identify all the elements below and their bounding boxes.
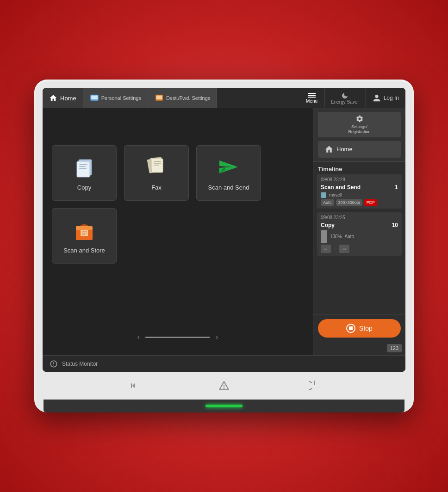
personal-settings-label: Personal Settings: [101, 95, 141, 101]
dest-fwd-label: Dest./Fwd. Settings: [166, 95, 210, 101]
badge-pdf: PDF: [364, 199, 377, 206]
hardware-buttons: [43, 372, 405, 400]
stop-button-area: Stop: [313, 314, 405, 342]
timeline-detail-text-1: myself: [329, 192, 342, 197]
copy-label: Copy: [77, 184, 91, 192]
fax-icon: [144, 154, 169, 179]
copy-app-button[interactable]: Copy: [52, 145, 117, 201]
badge-dpi: 300×300dpi: [336, 199, 362, 206]
green-led: [205, 405, 243, 407]
left-panel: Copy: [43, 108, 313, 355]
moon-icon: [341, 92, 348, 99]
copy-icon-box-1: ▭: [321, 245, 331, 253]
timeline-job-count-1: 1: [395, 184, 398, 191]
settings-registration-button[interactable]: Settings/ Registration: [318, 112, 401, 137]
personal-settings-tab[interactable]: Personal Settings: [83, 88, 148, 108]
timeline-job-count-2: 10: [392, 222, 398, 228]
timeline-copy-icons: ▭ → ▭: [321, 245, 398, 253]
svg-rect-12: [152, 159, 163, 172]
user-icon: [373, 94, 381, 102]
svg-rect-8: [79, 166, 86, 167]
stop-button[interactable]: Stop: [318, 319, 401, 338]
scan-store-label: Scan and Store: [63, 247, 105, 255]
settings-icon: [355, 115, 364, 123]
device-base: [44, 400, 404, 412]
timeline-percent-row: 100% Auto: [321, 230, 398, 243]
svg-rect-6: [77, 161, 90, 177]
svg-rect-24: [349, 326, 353, 330]
stop-label: Stop: [359, 325, 373, 332]
home-icon: [49, 94, 57, 102]
home-nav-button[interactable]: Home: [43, 88, 83, 108]
page-indicator: [145, 337, 210, 338]
main-area: Copy: [43, 108, 405, 355]
hamburger-icon-2: [308, 95, 316, 96]
warning-hardware-button[interactable]: [216, 377, 232, 394]
fax-label: Fax: [151, 184, 162, 192]
right-panel-header: Settings/ Registration Home: [313, 108, 405, 162]
percent-bar: [321, 230, 327, 243]
rp-top-row: Settings/ Registration: [318, 112, 401, 137]
svg-rect-19: [76, 226, 93, 230]
hamburger-icon: [308, 93, 316, 94]
timeline-percent-text: 100%: [330, 234, 342, 239]
timeline-auto-text: Auto: [345, 234, 355, 239]
rp-home-icon: [324, 145, 334, 154]
top-nav: Home Personal Settings: [43, 88, 405, 108]
dest-fwd-settings-tab[interactable]: Dest./Fwd. Settings: [148, 88, 217, 108]
status-bar: Status Monitor: [43, 355, 405, 372]
timeline-content: 09/08 23:28 Scan and Send 1 myself Auto …: [313, 174, 405, 314]
stop-icon: [346, 324, 355, 333]
pagination: ‹ ›: [137, 333, 218, 341]
svg-rect-9: [79, 168, 87, 169]
arrow-right-icon: →: [333, 246, 337, 251]
menu-button[interactable]: Menu: [299, 88, 324, 108]
rp-home-button[interactable]: Home: [318, 141, 401, 158]
scan-store-icon: [72, 217, 97, 242]
badge-auto: Auto: [321, 199, 334, 206]
svg-rect-7: [79, 164, 87, 165]
next-page-button[interactable]: ›: [216, 333, 218, 341]
timeline-job-name-2: Copy: [321, 222, 335, 228]
app-grid: Copy: [52, 145, 304, 264]
timeline-timestamp-2: 09/08 23:25: [321, 215, 398, 220]
fax-app-button[interactable]: Fax: [124, 145, 189, 201]
rp-home-label: Home: [336, 146, 353, 153]
device: Home Personal Settings: [34, 80, 414, 412]
timeline-title: Timeline: [313, 162, 405, 174]
settings-registration-label: Settings/ Registration: [348, 124, 370, 135]
scan-send-app-button[interactable]: Scan and Send: [196, 145, 261, 201]
copy-icon: [72, 154, 97, 179]
scan-send-label: Scan and Send: [208, 184, 249, 192]
back-hardware-button[interactable]: [125, 377, 142, 394]
timeline-entry-1[interactable]: 09/08 23:28 Scan and Send 1 myself Auto …: [317, 174, 402, 209]
personal-settings-icon: [90, 94, 99, 102]
timeline-job-name-1: Scan and Send: [321, 184, 361, 191]
percent-fill: [321, 230, 327, 243]
menu-label: Menu: [306, 98, 317, 104]
energy-saver-label: Energy Saver: [331, 99, 359, 105]
status-monitor-label: Status Monitor: [62, 361, 98, 367]
energy-saver-button[interactable]: Energy Saver: [324, 88, 366, 108]
status-monitor-icon: [49, 359, 58, 369]
svg-rect-1: [91, 96, 98, 99]
timeline-badges-1: Auto 300×300dpi PDF: [321, 199, 398, 206]
timeline-job-row-2: Copy 10: [321, 222, 398, 228]
hamburger-icon-3: [308, 97, 316, 98]
timeline-job-row-1: Scan and Send 1: [321, 184, 398, 191]
home-nav-label: Home: [60, 95, 76, 102]
rp-bottom: 123: [313, 342, 405, 355]
svg-rect-26: [131, 383, 132, 388]
timeline-timestamp-1: 09/08 23:28: [321, 177, 398, 182]
scan-store-app-button[interactable]: Scan and Store: [52, 208, 117, 264]
login-button[interactable]: Log In: [366, 88, 405, 108]
power-hardware-button[interactable]: [306, 377, 323, 394]
copy-icon-box-2: ▭: [339, 245, 349, 253]
prev-page-button[interactable]: ‹: [137, 333, 140, 341]
svg-rect-4: [156, 96, 162, 99]
dest-fwd-icon: [155, 94, 164, 102]
num-display: 123: [387, 344, 402, 352]
timeline-entry-2[interactable]: 09/08 23:25 Copy 10 100% Auto: [317, 212, 402, 256]
timeline-detail-row-1: myself: [321, 192, 398, 198]
detail-dot-1: [321, 192, 326, 198]
